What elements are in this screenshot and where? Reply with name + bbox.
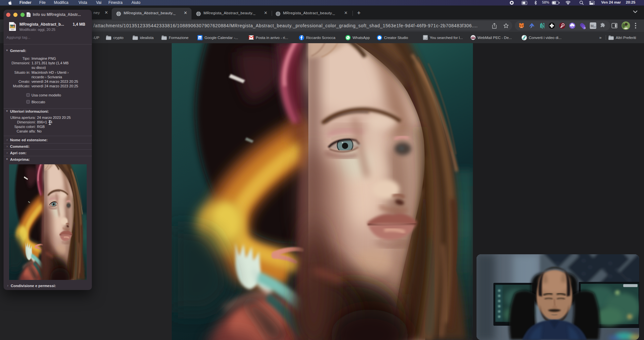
svg-text:31: 31: [199, 36, 202, 39]
svg-text:W: W: [593, 25, 596, 29]
svg-text:5: 5: [584, 27, 586, 29]
